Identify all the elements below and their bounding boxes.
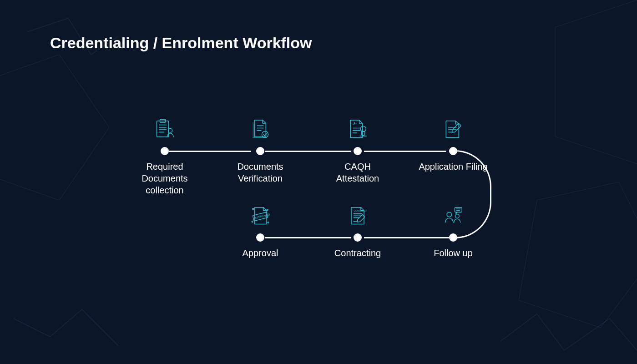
document-pencil-icon xyxy=(440,116,467,143)
step-dot xyxy=(256,147,264,155)
step-dot xyxy=(161,147,169,155)
svg-point-38 xyxy=(267,209,268,211)
svg-point-40 xyxy=(268,222,269,223)
workflow-step: APPROVED Approval xyxy=(210,202,310,259)
step-dot xyxy=(449,147,457,155)
svg-point-20 xyxy=(360,126,366,131)
workflow-step: Required Documents collection xyxy=(115,116,215,196)
step-dot xyxy=(354,147,362,155)
workflow-step: Documents Verification xyxy=(210,116,310,184)
step-label: Approval xyxy=(243,247,278,259)
contract-sign-icon: CONTRACT xyxy=(344,202,371,230)
workflow-step: Application Filing xyxy=(403,116,503,172)
step-dot xyxy=(449,233,457,242)
workflow-step: CONTRACT Contracting xyxy=(308,202,408,259)
svg-text:CONTRACT: CONTRACT xyxy=(354,209,367,212)
workflow-step: CAQH Attestation xyxy=(308,116,408,184)
document-stamp-icon xyxy=(344,116,371,143)
svg-rect-28 xyxy=(455,207,462,212)
step-label: Contracting xyxy=(334,247,381,259)
svg-text:APPROVED: APPROVED xyxy=(254,212,270,219)
step-dot xyxy=(256,233,264,242)
step-label: Documents Verification xyxy=(237,161,283,184)
step-label: Required Documents collection xyxy=(142,161,187,196)
svg-point-26 xyxy=(447,212,452,217)
svg-rect-3 xyxy=(157,121,169,137)
people-chat-icon xyxy=(440,202,467,230)
workflow-diagram: Required Documents collection Documents … xyxy=(0,0,637,364)
step-dot xyxy=(354,233,362,242)
clipboard-person-icon xyxy=(151,116,178,143)
svg-point-27 xyxy=(455,214,459,218)
step-label: Follow up xyxy=(434,247,473,259)
document-check-icon xyxy=(247,116,274,143)
workflow-step: Follow up xyxy=(403,202,503,259)
svg-point-39 xyxy=(252,221,253,222)
step-label: CAQH Attestation xyxy=(336,161,379,184)
approved-stamp-icon: APPROVED xyxy=(247,202,274,230)
step-label: Application Filing xyxy=(419,161,487,172)
svg-point-37 xyxy=(253,208,254,210)
